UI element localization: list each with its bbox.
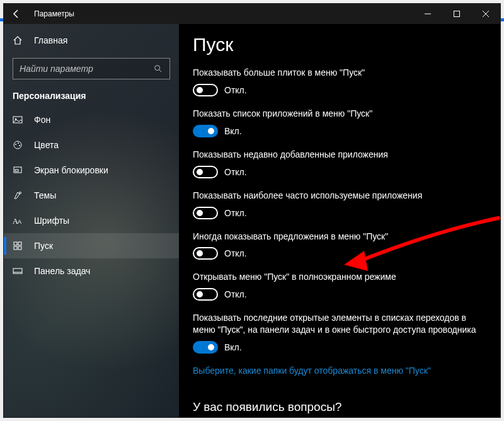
toggle-switch[interactable] [193,125,218,137]
toggle-switch[interactable] [193,166,218,178]
sidebar-item-label: Темы [34,190,56,200]
toggle-switch[interactable] [193,207,218,219]
setting-6: Показывать последние открытые элементы в… [193,312,483,354]
toggle-state-label: Откл. [224,208,247,218]
setting-0: Показывать больше плиток в меню "Пуск"От… [193,67,483,96]
toggle-state-label: Вкл. [224,126,242,136]
minimize-button[interactable] [413,4,442,24]
setting-1: Показать список приложений в меню "Пуск"… [193,108,483,137]
questions-heading: У вас появились вопросы? [193,400,483,414]
home-icon [13,35,23,45]
sidebar-home-label: Главная [34,35,67,45]
svg-text:A: A [18,219,21,225]
sidebar-item-lockscreen[interactable]: Экран блокировки [4,158,179,183]
svg-point-14 [20,192,21,194]
lockscreen-icon [13,165,23,175]
sidebar-item-start[interactable]: Пуск [4,233,179,258]
svg-point-10 [18,142,19,144]
toggle-state-label: Откл. [224,289,247,299]
toggle-switch[interactable] [193,341,218,354]
sidebar-section-label: Персонализация [4,88,179,107]
sidebar-nav: ФонЦветаЭкран блокировкиТемыAAШрифтыПуск… [4,107,179,284]
setting-label: Иногда показывать предложения в меню "Пу… [193,231,483,243]
setting-3: Показывать наиболее часто используемые п… [193,190,483,219]
sidebar-item-label: Экран блокировки [34,165,108,175]
search-icon [147,64,169,73]
maximize-button[interactable] [442,4,471,24]
toggle-state-label: Откл. [224,248,247,258]
svg-rect-13 [15,170,18,171]
close-button[interactable] [471,4,500,24]
toggle-switch[interactable] [193,84,218,96]
setting-label: Показывать наиболее часто используемые п… [193,190,483,202]
sidebar-item-label: Панель задач [34,266,90,276]
titlebar: Параметры [4,4,500,24]
toggle-switch[interactable] [193,247,218,260]
svg-rect-1 [454,11,460,17]
sidebar-item-label: Пуск [34,241,53,251]
toggle-state-label: Откл. [224,85,247,95]
palette-icon [13,140,23,150]
svg-rect-18 [18,242,21,245]
start-icon [13,241,23,251]
toggle-state-label: Откл. [224,167,247,177]
themes-icon [13,190,23,200]
svg-point-11 [19,145,20,146]
get-help-link[interactable]: Получить помощь [193,417,483,417]
back-button[interactable] [4,4,29,24]
sidebar-item-label: Фон [34,115,50,125]
sidebar-item-label: Цвета [34,140,59,150]
svg-point-8 [14,141,21,149]
sidebar-item-fonts[interactable]: AAШрифты [4,208,179,233]
toggle-switch[interactable] [193,288,218,301]
svg-line-5 [159,70,162,72]
sidebar: Главная Персонализация ФонЦветаЭкран бло… [4,24,179,417]
choose-folders-link[interactable]: Выберите, какие папки будут отображаться… [193,365,483,378]
window-title: Параметры [29,9,74,18]
setting-label: Открывать меню "Пуск" в полноэкранном ре… [193,271,483,283]
setting-label: Показывать недавно добавленные приложени… [193,149,483,161]
search-input[interactable] [13,64,147,74]
taskbar-icon [13,266,23,276]
window-buttons [413,4,500,24]
fonts-icon: AA [13,216,23,226]
sidebar-item-taskbar[interactable]: Панель задач [4,258,179,284]
svg-rect-20 [18,246,21,250]
search-box[interactable] [13,58,170,79]
toggle-state-label: Вкл. [224,342,242,352]
sidebar-item-image[interactable]: Фон [4,107,179,132]
setting-2: Показывать недавно добавленные приложени… [193,149,483,178]
image-icon [13,115,23,125]
setting-label: Показывать больше плиток в меню "Пуск" [193,67,483,79]
sidebar-home[interactable]: Главная [4,28,179,53]
setting-label: Показывать последние открытые элементы в… [193,312,483,336]
svg-rect-21 [13,268,22,274]
sidebar-item-palette[interactable]: Цвета [4,132,179,158]
svg-rect-17 [14,242,17,245]
svg-point-9 [15,144,16,145]
sidebar-item-themes[interactable]: Темы [4,183,179,208]
sidebar-item-label: Шрифты [34,216,69,226]
content-area: Пуск Показывать больше плиток в меню "Пу… [179,24,500,417]
svg-rect-19 [14,246,17,250]
setting-label: Показать список приложений в меню "Пуск" [193,108,483,120]
setting-5: Открывать меню "Пуск" в полноэкранном ре… [193,271,483,301]
page-title: Пуск [193,34,483,55]
setting-4: Иногда показывать предложения в меню "Пу… [193,231,483,260]
svg-point-4 [155,66,160,71]
settings-window: Параметры Главная Персонализация ФонЦвет… [3,3,501,418]
